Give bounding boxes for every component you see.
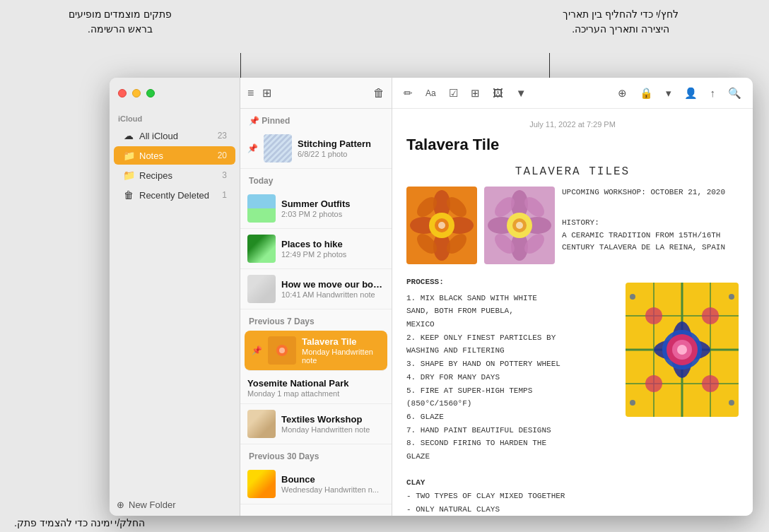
folder-icon-recipes: 📁 xyxy=(122,170,135,181)
plus-icon: ⊕ xyxy=(117,500,124,510)
detail-timestamp: July 11, 2022 at 7:29 PM xyxy=(406,120,739,129)
note-title-talavera: Talavera Tile xyxy=(302,336,380,347)
note-thumbnail-stitching xyxy=(264,134,292,162)
cloud-icon: ☁ xyxy=(122,130,135,141)
new-folder-button[interactable]: ⊕ New Folder xyxy=(110,494,240,516)
new-folder-label: New Folder xyxy=(129,500,175,510)
chevron-icon[interactable]: ▾ xyxy=(663,85,674,101)
talavera-bottom-row: PROCESS: 1. MIX BLACK SAND WITH WHITE SA… xyxy=(406,276,739,516)
lock-icon[interactable]: 🔒 xyxy=(637,85,656,101)
titlebar xyxy=(110,78,240,109)
note-meta-summer: 2:03 PM 2 photos xyxy=(281,210,384,218)
collaborate-icon[interactable]: ⊕ xyxy=(615,85,630,101)
annotation-line-2 xyxy=(240,53,241,81)
note-text-stitching: Stitching Pattern 6/8/22 1 photo xyxy=(298,138,384,158)
note-meta-bounce: Wednesday Handwritten n... xyxy=(281,485,384,494)
note-text-yosemite: Yosemite National Park Monday 1 map atta… xyxy=(247,378,384,398)
grid-view-icon[interactable]: ⊞ xyxy=(262,86,271,100)
sidebar-count-all: 23 xyxy=(218,131,227,141)
note-title-bodies: How we move our bodies xyxy=(281,279,384,290)
notes-list-panel: ≡ ⊞ 🗑 📌 Pinned 📌 Stitching Pattern 6/8/2… xyxy=(240,78,392,516)
note-text-bounce: Bounce Wednesday Handwritten n... xyxy=(281,474,384,494)
checklist-icon[interactable]: ☑ xyxy=(446,85,461,101)
search-icon[interactable]: 🔍 xyxy=(725,85,744,101)
sidebar-item-recently-deleted[interactable]: 🗑 Recently Deleted 1 xyxy=(114,186,235,204)
note-text-talavera: Talavera Tile Monday Handwritten note xyxy=(302,336,380,365)
share-icon[interactable]: ↑ xyxy=(708,85,719,100)
note-title-summer: Summer Outfits xyxy=(281,199,384,209)
note-item-textiles[interactable]: Textiles Workshop Monday Handwritten not… xyxy=(240,404,392,444)
note-title-yosemite: Yosemite National Park xyxy=(247,378,384,389)
note-item-summer[interactable]: Summer Outfits 2:03 PM 2 photos xyxy=(240,189,392,229)
note-meta-yosemite: Monday 1 map attachment xyxy=(247,389,384,398)
note-item-bodies[interactable]: How we move our bodies 10:41 AM Handwrit… xyxy=(240,269,392,309)
talavera-content-header: TALAVERA TILES xyxy=(406,165,739,178)
talavera-image-2 xyxy=(484,187,555,264)
detail-content: July 11, 2022 at 7:29 PM Talavera Tile T… xyxy=(392,109,753,516)
svg-point-26 xyxy=(516,222,523,229)
sidebar-count-deleted: 1 xyxy=(222,190,227,200)
close-button[interactable] xyxy=(118,89,127,97)
svg-point-14 xyxy=(438,222,445,229)
main-window: iCloud ☁ All iCloud 23 📁 Notes 20 📁 Reci… xyxy=(110,78,753,516)
talavera-large-image xyxy=(626,283,739,417)
note-item-hike[interactable]: Places to hike 12:49 PM 2 photos xyxy=(240,229,392,269)
delete-icon[interactable]: 🗑 xyxy=(373,87,384,100)
sidebar-item-recipes[interactable]: 📁 Recipes 3 xyxy=(114,166,235,184)
person-icon[interactable]: 👤 xyxy=(681,85,700,101)
note-item-bounce[interactable]: Bounce Wednesday Handwritten n... xyxy=(240,464,392,504)
sidebar-item-all-icloud[interactable]: ☁ All iCloud 23 xyxy=(114,126,235,145)
tooltip-pin-swipe: החלק/י ימינה כדי להצמיד פתק. xyxy=(14,517,145,528)
talavera-image-1 xyxy=(406,187,477,264)
sidebar-section-icloud: iCloud xyxy=(110,109,240,126)
pin-icon-talavera: 📌 xyxy=(252,345,262,355)
process-text: PROCESS: 1. MIX BLACK SAND WITH WHITE SA… xyxy=(406,276,614,516)
svg-point-47 xyxy=(630,400,635,406)
sidebar-item-label: All iCloud xyxy=(139,131,213,141)
note-thumbnail-textiles xyxy=(247,410,276,438)
note-item-yosemite[interactable]: Yosemite National Park Monday 1 map atta… xyxy=(240,372,392,404)
sidebar-count-recipes: 3 xyxy=(222,170,227,180)
sidebar-item-label-recipes: Recipes xyxy=(139,170,218,181)
talavera-images-row: UPCOMING WORKSHOP: OCTOBER 21, 2020 HIST… xyxy=(406,187,739,264)
sidebar-count-notes: 20 xyxy=(218,150,227,160)
note-meta-talavera: Monday Handwritten note xyxy=(302,348,380,365)
list-view-icon[interactable]: ≡ xyxy=(247,87,254,100)
notes-list-toolbar: ≡ ⊞ 🗑 xyxy=(240,78,392,109)
note-text-textiles: Textiles Workshop Monday Handwritten not… xyxy=(281,414,384,434)
svg-point-43 xyxy=(645,375,662,392)
sidebar-item-notes[interactable]: 📁 Notes 20 xyxy=(114,146,235,165)
tooltip-date-switch: לחץ/י כדי להחליף בין תאריך היצירה ותאריך… xyxy=(543,7,698,37)
note-detail-panel: ✏ Aa ☑ ⊞ 🖼 ▼ ⊕ 🔒 ▾ 👤 ↑ 🔍 July 11, 2022 a… xyxy=(392,78,753,516)
note-title-bounce: Bounce xyxy=(281,474,384,485)
note-thumbnail-hike xyxy=(247,235,276,263)
expand-icon[interactable]: ▼ xyxy=(513,85,529,100)
detail-title[interactable]: Talavera Tile xyxy=(406,136,739,154)
folder-icon-notes: 📁 xyxy=(122,150,135,161)
font-icon[interactable]: Aa xyxy=(423,87,439,100)
svg-point-40 xyxy=(677,345,687,355)
section-header-today: Today xyxy=(240,169,392,189)
svg-point-48 xyxy=(729,400,734,406)
note-meta-stitching: 6/8/22 1 photo xyxy=(298,150,384,158)
sidebar-item-label-deleted: Recently Deleted xyxy=(139,190,218,201)
note-thumbnail-bounce xyxy=(247,470,276,498)
note-item-stitching[interactable]: 📌 Stitching Pattern 6/8/22 1 photo xyxy=(240,129,392,169)
note-meta-hike: 12:49 PM 2 photos xyxy=(281,250,384,259)
sidebar: iCloud ☁ All iCloud 23 📁 Notes 20 📁 Reci… xyxy=(110,78,240,516)
minimize-button[interactable] xyxy=(132,89,141,97)
svg-point-44 xyxy=(702,375,719,392)
note-item-talavera[interactable]: 📌 Talavera Tile Monday Handwritten note xyxy=(245,331,387,371)
annotation-line-1 xyxy=(549,53,550,81)
maximize-button[interactable] xyxy=(146,89,155,97)
detail-toolbar: ✏ Aa ☑ ⊞ 🖼 ▼ ⊕ 🔒 ▾ 👤 ↑ 🔍 xyxy=(392,78,753,109)
trash-icon: 🗑 xyxy=(122,189,135,201)
table-icon[interactable]: ⊞ xyxy=(468,85,483,101)
note-meta-bodies: 10:41 AM Handwritten note xyxy=(281,290,384,299)
media-icon[interactable]: 🖼 xyxy=(490,85,506,100)
note-thumbnail-summer xyxy=(247,194,276,223)
compose-icon[interactable]: ✏ xyxy=(401,85,416,101)
note-thumbnail-bodies xyxy=(247,275,276,303)
sidebar-item-label-notes: Notes xyxy=(139,150,213,161)
note-text-summer: Summer Outfits 2:03 PM 2 photos xyxy=(281,199,384,218)
